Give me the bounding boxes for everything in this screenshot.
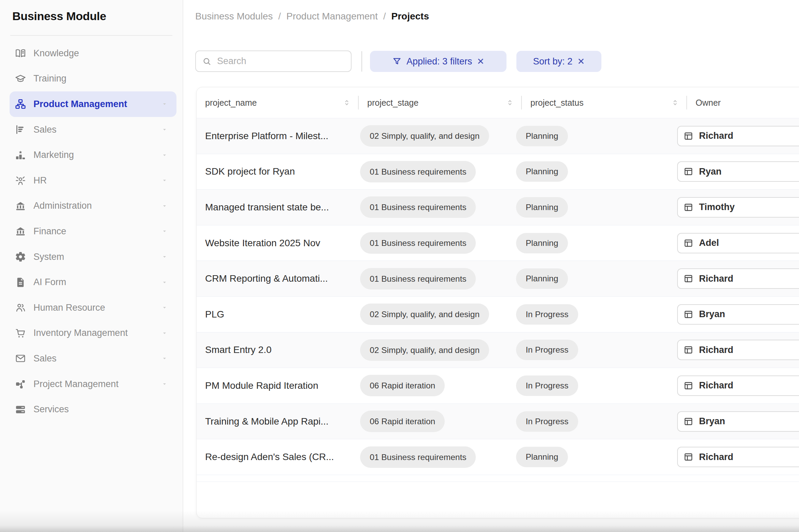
sidebar-item-label: Administration bbox=[33, 201, 92, 211]
sidebar-item-label: Knowledge bbox=[33, 48, 79, 59]
owner-record-button[interactable]: Bryan bbox=[677, 411, 799, 432]
chevron-down-icon[interactable] bbox=[161, 355, 168, 362]
owner-cell: Richard bbox=[666, 118, 799, 154]
search-box bbox=[195, 50, 352, 72]
owner-record-button[interactable]: Bryan bbox=[677, 304, 799, 325]
sidebar-item-marketing[interactable]: Marketing bbox=[10, 142, 176, 168]
owner-name: Bryan bbox=[699, 309, 725, 320]
sidebar-item-administration[interactable]: Administration bbox=[10, 193, 176, 219]
table-row[interactable]: Training & Mobile App Rapi... 06 Rapid i… bbox=[197, 403, 799, 439]
chevron-down-icon[interactable] bbox=[161, 329, 168, 337]
owner-record-button[interactable]: Adel bbox=[677, 233, 799, 253]
clear-filters-icon[interactable]: ✕ bbox=[477, 57, 484, 66]
owner-record-button[interactable]: Richard bbox=[677, 447, 799, 467]
sidebar-item-training[interactable]: Training bbox=[10, 66, 176, 92]
grid-icon bbox=[683, 131, 694, 141]
project-name-cell: Training & Mobile App Rapi... bbox=[197, 404, 352, 439]
sidebar-item-hr[interactable]: HR bbox=[10, 168, 176, 193]
project-stage-cell: 01 Business requirements bbox=[352, 225, 508, 261]
chevron-down-icon[interactable] bbox=[161, 279, 168, 286]
chevron-down-icon[interactable] bbox=[161, 100, 168, 108]
table-row[interactable]: Smart Entry 2.0 02 Simply, qualify, and … bbox=[197, 332, 799, 368]
table-row[interactable]: Website Iteration 2025 Nov 01 Business r… bbox=[197, 225, 799, 261]
project-stage-cell: 01 Business requirements bbox=[352, 261, 508, 296]
sidebar-item-product-management[interactable]: Product Management bbox=[10, 91, 176, 117]
owner-record-button[interactable]: Richard bbox=[677, 126, 799, 146]
chevron-down-icon[interactable] bbox=[161, 227, 168, 235]
table-row[interactable]: CRM Reporting & Automati... 01 Business … bbox=[197, 261, 799, 296]
breadcrumb-item-projects: Projects bbox=[391, 11, 429, 22]
sidebar-item-inventory-management[interactable]: Inventory Management bbox=[10, 321, 176, 346]
sort-chip[interactable]: Sort by: 2 ✕ bbox=[516, 51, 601, 72]
owner-record-button[interactable]: Richard bbox=[677, 268, 799, 289]
table-row[interactable]: Enterprise Platform - Milest... 02 Simpl… bbox=[197, 118, 799, 154]
projects-table: project_name project_stage project_statu… bbox=[196, 87, 799, 518]
sidebar-item-human-resource[interactable]: Human Resource bbox=[10, 295, 176, 321]
status-badge: Planning bbox=[516, 268, 568, 289]
chevron-down-icon[interactable] bbox=[161, 177, 168, 184]
table-row[interactable]: PM Module Rapid Iteration 06 Rapid itera… bbox=[197, 368, 799, 403]
sort-arrows-icon[interactable] bbox=[505, 98, 514, 107]
stage-badge: 06 Rapid iteration bbox=[360, 375, 445, 396]
project-name-cell: Smart Entry 2.0 bbox=[197, 332, 352, 368]
sidebar-item-icon bbox=[14, 200, 27, 212]
sidebar-item-finance[interactable]: Finance bbox=[10, 219, 176, 244]
project-stage-cell: 01 Business requirements bbox=[352, 439, 508, 475]
column-header-project-stage[interactable]: project_stage bbox=[359, 87, 522, 118]
project-stage-cell: 02 Simply, qualify, and design bbox=[352, 332, 508, 368]
owner-record-button[interactable]: Timothy bbox=[677, 197, 799, 218]
sidebar-item-system[interactable]: System bbox=[10, 244, 176, 270]
search-input[interactable] bbox=[216, 56, 347, 67]
column-header-project-status[interactable]: project_status bbox=[522, 87, 687, 118]
sidebar-item-project-management[interactable]: Project Management bbox=[10, 371, 176, 397]
owner-cell: Adel bbox=[666, 225, 799, 261]
project-status-cell: Planning bbox=[508, 261, 666, 296]
sidebar-item-label: AI Form bbox=[33, 277, 66, 287]
grid-icon bbox=[683, 452, 694, 462]
table-row[interactable]: Managed transient state be... 01 Busines… bbox=[197, 189, 799, 225]
owner-record-button[interactable]: Richard bbox=[677, 375, 799, 396]
owner-cell: Richard bbox=[666, 261, 799, 296]
chevron-down-icon[interactable] bbox=[161, 126, 168, 133]
grid-icon bbox=[683, 166, 694, 177]
chevron-down-icon[interactable] bbox=[161, 304, 168, 311]
breadcrumb-item-product-management[interactable]: Product Management bbox=[286, 11, 378, 22]
project-status-cell: Planning bbox=[508, 118, 666, 154]
sidebar-item-sales[interactable]: Sales bbox=[10, 117, 176, 143]
sidebar-item-label: Sales bbox=[33, 353, 57, 364]
owner-record-button[interactable]: Richard bbox=[677, 340, 799, 360]
project-status-cell: Planning bbox=[508, 154, 666, 190]
clear-sort-icon[interactable]: ✕ bbox=[577, 57, 585, 66]
owner-name: Richard bbox=[699, 274, 733, 284]
grid-icon bbox=[683, 309, 694, 320]
breadcrumb-separator: / bbox=[383, 11, 386, 22]
chevron-down-icon[interactable] bbox=[161, 151, 168, 159]
chevron-down-icon[interactable] bbox=[161, 380, 168, 388]
column-header-project-name[interactable]: project_name bbox=[197, 87, 359, 118]
owner-record-button[interactable]: Ryan bbox=[677, 161, 799, 182]
table-row[interactable]: Re-design Aden's Sales (CR... 01 Busines… bbox=[197, 439, 799, 475]
chevron-down-icon[interactable] bbox=[161, 253, 168, 261]
table-row[interactable]: SDK project for Ryan 01 Business require… bbox=[197, 154, 799, 190]
owner-cell: Bryan bbox=[666, 404, 799, 439]
sidebar-item-sales[interactable]: Sales bbox=[10, 346, 176, 371]
sidebar-item-knowledge[interactable]: Knowledge bbox=[10, 41, 176, 66]
sidebar-item-icon bbox=[14, 47, 27, 59]
sidebar-item-services[interactable]: Services bbox=[10, 397, 176, 422]
sort-arrows-icon[interactable] bbox=[671, 98, 680, 107]
owner-name: Bryan bbox=[699, 416, 725, 427]
grid-icon bbox=[683, 345, 694, 355]
status-badge: Planning bbox=[516, 161, 568, 182]
sidebar-item-icon bbox=[14, 149, 27, 161]
sidebar-divider bbox=[10, 35, 172, 36]
project-stage-cell: 02 Simply, qualify, and design bbox=[352, 118, 508, 154]
applied-filters-chip[interactable]: Applied: 3 filters ✕ bbox=[370, 51, 506, 72]
sidebar-item-ai-form[interactable]: AI Form bbox=[10, 269, 176, 295]
breadcrumb: Business Modules / Product Management / … bbox=[195, 11, 429, 22]
grid-icon bbox=[683, 416, 694, 427]
chevron-down-icon[interactable] bbox=[161, 202, 168, 210]
breadcrumb-item-business-modules[interactable]: Business Modules bbox=[195, 11, 273, 22]
owner-cell: Richard bbox=[666, 332, 799, 368]
sort-arrows-icon[interactable] bbox=[342, 98, 351, 107]
table-row[interactable]: PLG 02 Simply, qualify, and design In Pr… bbox=[197, 296, 799, 332]
